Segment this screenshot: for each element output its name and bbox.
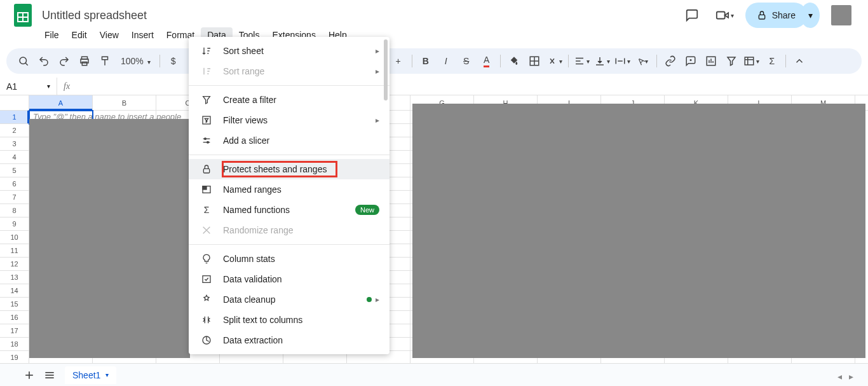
sort-range-icon (199, 66, 214, 76)
lightbulb-icon (199, 254, 214, 264)
sheet-tab[interactable]: Sheet1▾ (65, 366, 116, 384)
menu-data-validation[interactable]: Data validation (189, 269, 390, 289)
undo-icon[interactable] (34, 52, 53, 71)
redo-icon[interactable] (55, 52, 74, 71)
row-header[interactable]: 4 (0, 151, 29, 164)
row-header[interactable]: 10 (0, 231, 29, 244)
functions-icon[interactable]: Σ (763, 52, 782, 71)
italic-icon[interactable]: I (437, 52, 456, 71)
scroll-right-icon[interactable]: ▸ (845, 371, 857, 382)
menu-data-cleanup[interactable]: Data cleanup ▸ (189, 289, 390, 310)
menu-named-ranges[interactable]: Named ranges (189, 179, 390, 200)
menu-view[interactable]: View (93, 27, 125, 43)
filter-icon[interactable] (722, 52, 741, 71)
menubar: File Edit View Insert Format Data Tools … (0, 25, 868, 45)
row-header[interactable]: 12 (0, 258, 29, 271)
zoom-select[interactable]: 100% ▾ (116, 56, 156, 66)
svg-rect-43 (203, 169, 209, 173)
rotate-icon[interactable]: A▾ (634, 52, 653, 71)
select-all-corner[interactable] (0, 95, 29, 110)
row-header[interactable]: 1 (0, 111, 29, 124)
row-header[interactable]: 7 (0, 191, 29, 204)
slicer-icon (199, 135, 214, 146)
menu-named-functions[interactable]: Σ Named functions New (189, 200, 390, 220)
search-icon[interactable] (14, 52, 33, 71)
row-header[interactable]: 15 (0, 298, 29, 311)
menu-data-extraction[interactable]: Data extraction (189, 330, 390, 350)
menu-edit[interactable]: Edit (65, 27, 93, 43)
svg-marker-36 (203, 97, 210, 104)
add-sheet-button[interactable] (19, 365, 39, 385)
row-header[interactable]: 18 (0, 338, 29, 351)
borders-icon[interactable] (525, 52, 544, 71)
strikethrough-icon[interactable]: S (457, 52, 476, 71)
scroll-left-icon[interactable]: ◂ (834, 371, 845, 382)
row-header[interactable]: 5 (0, 164, 29, 177)
share-button[interactable]: Share (745, 3, 807, 28)
col-header[interactable]: A (29, 95, 93, 110)
comments-icon[interactable] (679, 3, 705, 28)
menu-randomize: Randomize range (189, 220, 390, 240)
menu-file[interactable]: File (38, 27, 65, 43)
currency-button[interactable]: $ (164, 52, 183, 71)
menu-protect-sheets[interactable]: Protect sheets and ranges (189, 159, 390, 179)
menu-insert[interactable]: Insert (125, 27, 160, 43)
text-color-icon[interactable]: A (477, 52, 496, 71)
menu-filter-views[interactable]: Filter views▸ (189, 110, 390, 130)
print-icon[interactable] (75, 52, 94, 71)
halign-icon[interactable]: ▾ (573, 52, 592, 71)
sheets-logo[interactable] (10, 3, 36, 28)
row-header[interactable]: 8 (0, 204, 29, 217)
row-header[interactable]: 6 (0, 177, 29, 191)
collapse-toolbar-icon[interactable] (790, 52, 809, 71)
menu-add-slicer[interactable]: Add a slicer (189, 130, 390, 151)
menu-sort-sheet[interactable]: Sort sheet▸ (189, 41, 390, 61)
share-label: Share (772, 10, 796, 20)
new-badge: New (355, 205, 379, 215)
link-icon[interactable] (661, 52, 680, 71)
data-menu-dropdown: Sort sheet▸ Sort range▸ Create a filter … (189, 37, 390, 354)
row-header[interactable]: 9 (0, 217, 29, 231)
fx-icon: fx (57, 81, 76, 92)
menu-create-filter[interactable]: Create a filter (189, 90, 390, 110)
bold-icon[interactable]: B (416, 52, 435, 71)
row-header[interactable]: 19 (0, 351, 29, 364)
row-header[interactable]: 14 (0, 284, 29, 298)
filter-views-icon (199, 115, 214, 125)
svg-rect-46 (203, 276, 210, 283)
row-header[interactable]: 17 (0, 324, 29, 338)
sigma-icon: Σ (199, 205, 214, 215)
merge-icon[interactable]: ▾ (545, 52, 564, 71)
fill-color-icon[interactable] (505, 52, 524, 71)
chart-icon[interactable] (702, 52, 721, 71)
comment-icon[interactable] (681, 52, 700, 71)
row-header[interactable]: 3 (0, 137, 29, 151)
obscured-area (412, 104, 865, 358)
col-header[interactable]: B (93, 95, 156, 110)
all-sheets-button[interactable] (39, 365, 60, 385)
increase-font-icon[interactable]: + (389, 52, 408, 71)
menu-column-stats[interactable]: Column stats (189, 249, 390, 269)
doc-title[interactable]: Untitled spreadsheet (38, 8, 679, 24)
avatar[interactable] (831, 5, 851, 25)
row-header[interactable]: 16 (0, 311, 29, 324)
row-header[interactable]: 11 (0, 244, 29, 258)
svg-rect-4 (717, 12, 725, 19)
cleanup-icon (199, 294, 214, 305)
share-caret[interactable]: ▾ (801, 3, 820, 28)
name-box[interactable]: A1▾ (0, 78, 57, 95)
svg-point-7 (20, 57, 27, 64)
svg-point-41 (205, 138, 207, 140)
paint-format-icon[interactable] (95, 52, 114, 71)
table-view-icon[interactable]: ▾ (742, 52, 761, 71)
lock-icon (199, 164, 214, 174)
status-dot (367, 297, 372, 302)
row-header[interactable]: 2 (0, 124, 29, 137)
shuffle-icon (199, 225, 214, 235)
lock-icon (757, 10, 767, 20)
wrap-icon[interactable]: ▾ (613, 52, 632, 71)
valign-icon[interactable]: ▾ (593, 52, 612, 71)
meet-icon[interactable]: ▾ (712, 3, 738, 28)
row-header[interactable]: 13 (0, 271, 29, 284)
menu-split-text[interactable]: Split text to columns (189, 310, 390, 330)
